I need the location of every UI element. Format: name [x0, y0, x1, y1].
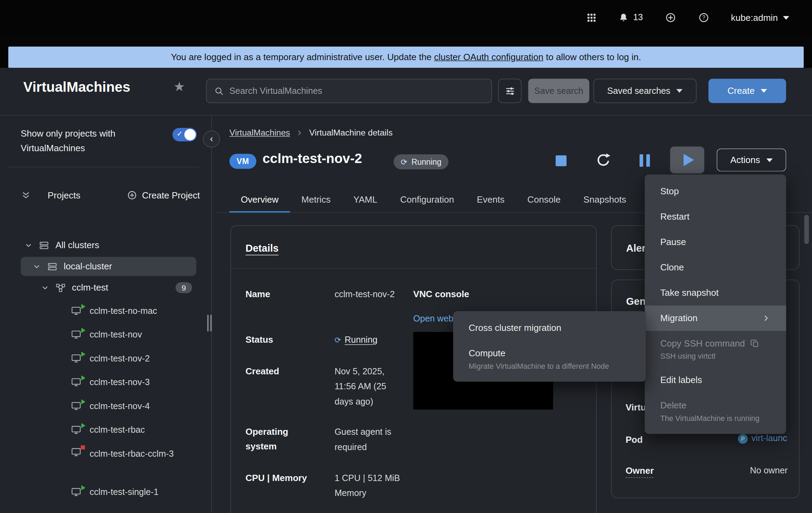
grid-icon	[586, 13, 596, 23]
menu-item-edit-labels[interactable]: Edit labels	[645, 368, 786, 393]
running-status-icon	[81, 352, 86, 357]
panel-divider	[211, 115, 212, 513]
banner-text-prefix: You are logged in as a temporary adminis…	[171, 52, 434, 63]
search-input[interactable]	[229, 86, 484, 96]
panel-resize-handle[interactable]	[207, 315, 212, 332]
tab-console[interactable]: Console	[516, 188, 572, 213]
app-body: VirtualMachines ★ Save search Saved sear…	[0, 68, 812, 513]
quick-create-button[interactable]	[665, 12, 676, 23]
details-card-title[interactable]: Details	[245, 242, 278, 254]
tree-item-namespace[interactable]: cclm-test 9	[8, 278, 200, 297]
tree-item-all-clusters[interactable]: All clusters	[8, 236, 200, 255]
app-screen: 13 kube:admin You are logged in as a tem…	[0, 0, 812, 513]
restart-vm-button[interactable]	[595, 152, 611, 168]
tab-events[interactable]: Events	[465, 188, 516, 213]
help-button[interactable]	[698, 12, 709, 23]
menu-item-copy-ssh-command[interactable]: Copy SSH command SSH using virtctl	[645, 331, 786, 368]
breadcrumb-virtualmachines-link[interactable]: VirtualMachines	[229, 128, 290, 138]
menu-item-clone[interactable]: Clone	[645, 255, 786, 280]
pause-vm-button[interactable]	[640, 154, 650, 167]
tree-item-local-cluster[interactable]: local-cluster	[21, 257, 196, 276]
vm-status-badge[interactable]: ⟳ Running	[393, 154, 448, 169]
notifications-button[interactable]: 13	[618, 13, 643, 23]
pod-link[interactable]: virt-launcher-cclm-test-nov-2	[752, 433, 788, 444]
breadcrumb-current: VirtualMachine details	[309, 128, 393, 138]
sidebar-vm-item[interactable]: cclm-test-nov	[8, 323, 200, 347]
sidebar-vm-item[interactable]: cclm-test-no-mac	[8, 299, 200, 323]
sidebar-vm-item[interactable]: cclm-test-nov-2	[8, 347, 200, 371]
menu-item-delete[interactable]: Delete The VirtualMachine is running	[645, 393, 786, 430]
sidebar-vm-item[interactable]: cclm-test-rbac	[8, 418, 200, 442]
create-button[interactable]: Create	[708, 79, 786, 103]
tree-label: All clusters	[55, 240, 99, 251]
field-value-name: cclm-test-nov-2	[334, 287, 401, 302]
chevron-right-icon	[762, 314, 770, 323]
field-label-status: Status	[245, 332, 314, 347]
tab-overview[interactable]: Overview	[229, 188, 290, 213]
cluster-icon	[47, 261, 58, 272]
chevron-down-icon	[33, 262, 41, 271]
delete-label: Delete	[660, 399, 770, 412]
menu-item-stop[interactable]: Stop	[645, 179, 786, 204]
question-circle-icon	[698, 12, 709, 23]
tab-configuration[interactable]: Configuration	[389, 188, 465, 213]
page-title: VirtualMachines	[23, 79, 130, 95]
sidebar-vm-item[interactable]: cclm-test-rbac-cclm-3	[8, 442, 200, 480]
vm-icon	[71, 353, 83, 365]
vm-name: cclm-test-rbac	[90, 425, 145, 435]
toggle-knob	[184, 129, 196, 140]
collapse-all-button[interactable]	[21, 190, 31, 201]
pod-value: P virt-launcher-cclm-test-nov-2	[738, 433, 788, 444]
create-label: Create	[728, 86, 755, 96]
tab-metrics[interactable]: Metrics	[290, 188, 342, 213]
play-icon	[683, 154, 694, 166]
plus-circle-icon	[665, 12, 676, 23]
actions-dropdown-button[interactable]: Actions	[717, 149, 786, 172]
chevron-down-icon	[676, 89, 683, 92]
login-banner: You are logged in as a temporary adminis…	[8, 47, 804, 68]
owner-label[interactable]: Owner	[626, 465, 654, 478]
advanced-search-button[interactable]	[498, 79, 521, 103]
oauth-configuration-link[interactable]: cluster OAuth configuration	[434, 52, 543, 63]
favorite-star-icon[interactable]: ★	[173, 80, 185, 93]
running-status-icon	[81, 485, 86, 490]
menu-item-pause[interactable]: Pause	[645, 229, 786, 255]
create-project-button[interactable]: Create Project	[127, 190, 200, 201]
sidebar-vm-item[interactable]: cclm-test-nov-4	[8, 394, 200, 418]
start-vm-button[interactable]	[670, 147, 704, 173]
masthead: 13 kube:admin	[0, 0, 812, 35]
field-label-cpu-memory: CPU | Memory	[245, 471, 314, 485]
tab-yaml[interactable]: YAML	[342, 188, 389, 213]
vm-name: cclm-test-single-1	[90, 487, 159, 498]
notification-count: 13	[633, 13, 643, 23]
saved-searches-dropdown[interactable]: Saved searches	[593, 79, 696, 103]
tree-label: cclm-test	[72, 282, 108, 293]
projects-filter-label: Show only projects with VirtualMachines	[21, 127, 148, 155]
running-status-icon	[81, 375, 86, 381]
field-value-status[interactable]: ⟳ Running	[334, 332, 401, 347]
sidebar-divider	[8, 167, 200, 167]
save-search-button[interactable]: Save search	[528, 79, 590, 103]
copy-ssh-description: SSH using virtctl	[660, 352, 770, 361]
tab-snapshots[interactable]: Snapshots	[572, 188, 638, 213]
menu-item-take-snapshot[interactable]: Take snapshot	[645, 280, 786, 306]
scrollbar-thumb[interactable]	[804, 215, 809, 244]
user-menu[interactable]: kube:admin	[731, 12, 789, 23]
stop-vm-button[interactable]	[556, 155, 567, 166]
status-running-link[interactable]: Running	[345, 332, 377, 347]
app-launcher-button[interactable]	[586, 13, 596, 23]
chevron-down-icon	[761, 89, 767, 92]
projects-filter-toggle[interactable]: ✓	[172, 128, 197, 141]
submenu-item-cross-cluster-migration[interactable]: Cross cluster migration	[453, 315, 646, 341]
sidebar-vm-item[interactable]: cclm-test-single-1	[8, 481, 200, 505]
sidebar-collapse-button[interactable]: ‹	[203, 130, 220, 147]
tree-label: local-cluster	[64, 261, 112, 272]
submenu-item-compute[interactable]: Compute Migrate VirtualMachine to a diff…	[453, 341, 646, 377]
sidebar-vm-item[interactable]: cclm-test-nov-3	[8, 371, 200, 395]
sliders-icon	[505, 86, 515, 96]
chevron-down-icon	[41, 284, 49, 292]
menu-item-restart[interactable]: Restart	[645, 204, 786, 229]
owner-value: No owner	[750, 465, 788, 476]
menu-item-migration[interactable]: Migration	[645, 306, 786, 331]
vm-icon	[71, 401, 83, 412]
